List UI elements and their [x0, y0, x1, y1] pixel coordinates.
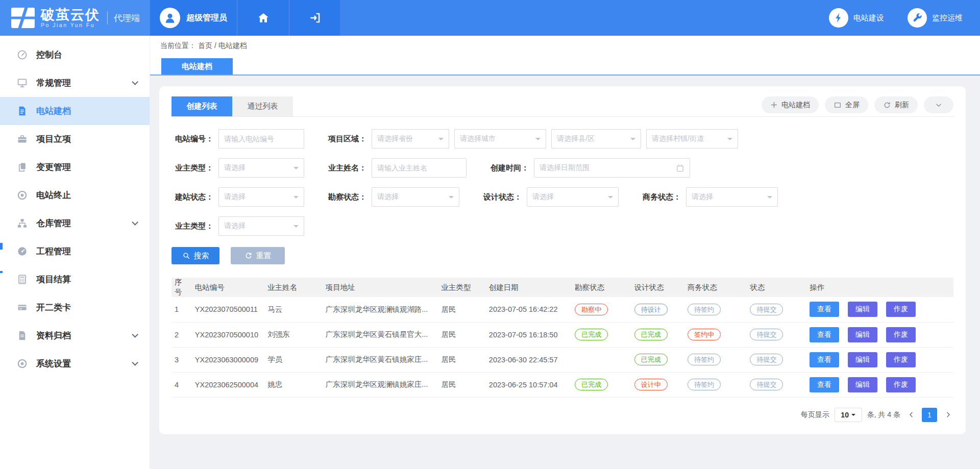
copy-icon	[16, 161, 28, 173]
home-button[interactable]	[237, 0, 289, 36]
business-status-select[interactable]: 请选择	[686, 187, 778, 207]
owner-name-input[interactable]	[372, 158, 467, 178]
collapse-button[interactable]	[924, 96, 953, 113]
app-title: 破茧云伏	[41, 8, 100, 22]
view-button[interactable]: 查看	[810, 327, 839, 342]
chevron-down-icon	[132, 219, 138, 226]
tab-create-list[interactable]: 创建列表	[172, 96, 232, 116]
status-badge: 待提交	[750, 379, 783, 390]
town-select[interactable]: 请选择村镇/街道	[646, 129, 738, 149]
search-button[interactable]: 搜索	[172, 247, 219, 264]
owner-type-select[interactable]: 请选择	[218, 158, 304, 178]
city-select[interactable]: 请选择城市	[454, 129, 546, 149]
brand-logo[interactable]: 破茧云伏 Po Jian Yun Fu 代理端	[0, 0, 150, 36]
sidebar-item-console[interactable]: 控制台	[0, 41, 150, 69]
design-status-badge: 已完成	[634, 354, 668, 365]
sidebar-item-change-management[interactable]: 变更管理	[0, 153, 150, 181]
design-status-select[interactable]: 请选择	[527, 187, 619, 207]
table-row: 1 YX2023070500011 马云 广东深圳龙华区观澜镇观湖路... 居民…	[172, 297, 953, 322]
breadcrumb: 当前位置： 首页 / 电站建档	[150, 36, 980, 56]
page-number-button[interactable]: 1	[922, 408, 937, 422]
card-icon	[16, 302, 28, 313]
county-select[interactable]: 请选择县/区	[551, 129, 641, 149]
user-name: 超级管理员	[186, 13, 227, 23]
void-button[interactable]: 作废	[886, 327, 916, 342]
province-select[interactable]: 请选择省份	[372, 129, 449, 149]
caret-down-icon	[438, 138, 444, 143]
sidebar-item-warehouse-management[interactable]: 仓库管理	[0, 209, 150, 237]
user-menu[interactable]: 超级管理员	[150, 0, 237, 36]
sidebar-item-general-management[interactable]: 常规管理	[0, 69, 150, 97]
scroll-indicator	[0, 271, 3, 273]
owner-type-label: 业主类型：	[172, 163, 218, 173]
sidebar-item-class2-card[interactable]: 开二类卡	[0, 293, 150, 322]
status-badge: 待提交	[750, 304, 783, 315]
survey-status-label: 勘察状态：	[325, 192, 372, 202]
station-code-input[interactable]	[218, 129, 304, 149]
total-count-label: 条, 共 4 条	[867, 410, 900, 419]
caret-down-icon	[630, 138, 635, 143]
add-station-button[interactable]: 电站建档	[762, 96, 819, 113]
void-button[interactable]: 作废	[886, 352, 916, 367]
sidebar-item-project-initiation[interactable]: 项目立项	[0, 125, 150, 153]
next-page-button[interactable]	[942, 408, 953, 422]
meter-icon	[16, 245, 28, 257]
fullscreen-icon	[834, 101, 842, 109]
create-time-range-input[interactable]: 请选择日期范围	[534, 158, 690, 178]
sidebar: 控制台 常规管理 电站建档 项目立项 变更管理	[0, 36, 150, 469]
owner-name-label: 业主姓名：	[325, 163, 372, 173]
create-time-label: 创建时间：	[487, 163, 534, 173]
briefcase-icon	[16, 133, 28, 145]
sitemap-icon	[16, 217, 28, 229]
survey-status-select[interactable]: 请选择	[372, 187, 459, 207]
refresh-button[interactable]: 刷新	[874, 96, 918, 113]
home-icon	[257, 11, 270, 24]
divider	[107, 11, 108, 24]
sidebar-item-data-archiving[interactable]: 资料归档	[0, 322, 150, 350]
per-page-select[interactable]: 10	[835, 408, 862, 422]
view-button[interactable]: 查看	[810, 352, 839, 367]
calendar-icon	[676, 164, 684, 172]
page-tab-station-archive[interactable]: 电站建档	[161, 58, 233, 75]
caret-down-icon	[608, 196, 613, 201]
prev-page-button[interactable]	[905, 408, 917, 422]
sidebar-item-station-termination[interactable]: 电站终止	[0, 181, 150, 209]
sidebar-item-engineering-management[interactable]: 工程管理	[0, 237, 150, 265]
survey-status-badge: 勘察中	[575, 304, 608, 315]
gauge-icon	[16, 49, 28, 61]
pagination: 每页显示 10 条, 共 4 条 1	[172, 408, 953, 422]
void-button[interactable]: 作废	[886, 302, 916, 317]
logout-button[interactable]	[289, 0, 340, 36]
void-button[interactable]: 作废	[886, 377, 916, 392]
tab-passed-list[interactable]: 通过列表	[232, 96, 293, 116]
breadcrumb-path[interactable]: 首页 / 电站建档	[198, 41, 247, 51]
sidebar-item-project-settlement[interactable]: 项目结算	[0, 265, 150, 293]
caret-down-icon	[293, 167, 299, 172]
per-page-label: 每页显示	[801, 410, 829, 419]
file-icon	[16, 330, 28, 341]
caret-down-icon	[293, 196, 299, 201]
chevron-down-icon	[132, 79, 138, 85]
business-status-badge: 签约中	[688, 329, 721, 340]
edit-button[interactable]: 编辑	[848, 377, 877, 392]
sidebar-item-system-settings[interactable]: 系统设置	[0, 350, 150, 378]
sidebar-item-station-archive[interactable]: 电站建档	[0, 97, 150, 125]
document-icon	[16, 105, 28, 117]
build-status-select[interactable]: 请选择	[218, 187, 304, 207]
edit-button[interactable]: 编辑	[848, 327, 877, 342]
app-header: 破茧云伏 Po Jian Yun Fu 代理端 超级管理员	[0, 0, 980, 36]
nav-monitoring[interactable]: 监控运维	[908, 8, 963, 28]
main-content: 创建列表 通过列表 电站建档 全屏	[150, 77, 980, 469]
edit-button[interactable]: 编辑	[848, 352, 877, 367]
design-status-badge: 待设计	[634, 304, 668, 315]
reset-button[interactable]: 重置	[231, 247, 285, 264]
view-button[interactable]: 查看	[810, 302, 839, 317]
owner-type2-select[interactable]: 请选择	[218, 216, 304, 236]
chevron-right-icon	[944, 411, 952, 418]
caret-down-icon	[767, 196, 772, 201]
view-button[interactable]: 查看	[810, 377, 839, 392]
nav-construction[interactable]: 电站建设	[829, 8, 884, 28]
business-status-badge: 待签约	[688, 354, 721, 365]
edit-button[interactable]: 编辑	[848, 302, 877, 317]
fullscreen-button[interactable]: 全屏	[825, 96, 868, 113]
